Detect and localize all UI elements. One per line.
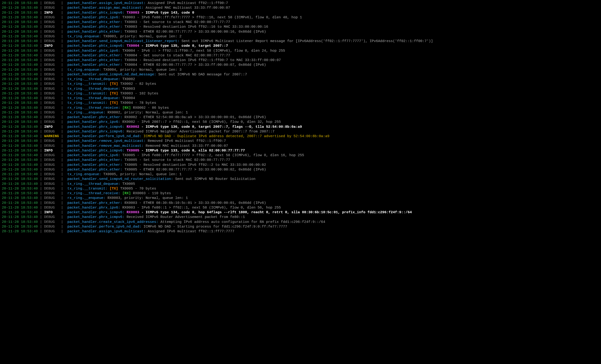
log-source: tx_ring.__thread_dequeue: [67,182,122,186]
log-line: 20-11-28 18:53:40 | INFO | packet_handle… [2,125,599,129]
separator: | [38,120,44,124]
log-level: DEBUG [44,58,59,62]
separator: | [59,30,67,34]
separator: | [38,72,44,77]
separator: | [38,30,44,34]
log-line: 20-11-28 18:53:40 | DEBUG | tx_ring.__tr… [2,186,599,191]
timestamp: 20-11-28 18:53:40 [2,16,38,20]
log-line: 20-11-28 18:53:40 | DEBUG | packet_handl… [2,153,599,158]
log-line: 20-11-28 18:53:40 | DEBUG | packet_handl… [2,205,599,210]
separator: | [38,149,44,153]
timestamp: 20-11-28 18:53:40 [2,139,38,143]
log-level: DEBUG [44,120,59,124]
log-line: 20-11-28 18:53:40 | DEBUG | packet_handl… [2,167,599,172]
separator: | [59,149,67,153]
separator: | [38,196,44,200]
separator: | [38,34,44,39]
separator: | [38,6,44,10]
separator: | [59,229,67,233]
log-source: packet_handler.phrx_ipv6: [67,120,122,124]
log-level: DEBUG [44,192,59,195]
timestamp: 20-11-28 18:53:40 [2,225,38,229]
separator: | [59,6,67,10]
separator: | [59,101,67,105]
log-source: tx_ring.enqueue: [67,34,103,39]
log-message: TX0004 - IPv6 :: > ff02::1:ff00:7, next … [122,49,285,53]
separator: | [59,125,67,129]
log-source: packet_handler.remove_ipv6_multicast: [67,139,148,143]
separator: | [59,53,67,58]
log-source: tx_ring.enqueue: [67,172,103,176]
timestamp: 20-11-28 18:53:40 [2,206,38,210]
log-level: DEBUG [44,163,59,167]
separator: | [38,201,44,205]
timestamp: 20-11-28 18:53:40 [2,153,38,157]
log-level: DEBUG [44,201,59,205]
separator: | [38,87,44,91]
log-line: 20-11-28 18:53:40 | DEBUG | packet_handl… [2,229,599,234]
timestamp: 20-11-28 18:53:40 [2,68,38,72]
log-level: DEBUG [44,229,59,233]
log-line: 20-11-28 18:53:40 | INFO | packet_handle… [2,44,599,48]
log-line: 20-11-28 18:53:40 | DEBUG | tx_ring.__tr… [2,82,599,86]
log-level: DEBUG [44,144,59,148]
log-output[interactable]: 20-11-28 18:53:40 | DEBUG | packet_handl… [0,0,601,236]
log-line: 20-11-28 18:53:40 | DEBUG | packet_handl… [2,39,599,44]
log-message: Sent out ICMPv6 ND Router Solicitation [175,177,255,181]
log-message: - ICMPv6 type 136, code 0, target 2007::… [139,125,302,129]
separator: | [38,44,44,48]
separator: | [38,11,44,15]
log-level: DEBUG [44,101,59,105]
separator: | [38,229,44,233]
separator: | [59,168,67,172]
log-level: DEBUG [44,34,59,39]
log-message: TX0005 - IPv6 fe80::ff:fe77:7777 > ff02:… [122,153,304,157]
separator: | [59,96,67,100]
separator: | [59,39,67,43]
timestamp: 20-11-28 18:53:40 [2,163,38,167]
log-source: packet_handler.assign_ipv6_multicast: [67,1,148,5]
timestamp: 20-11-28 18:53:40 [2,87,38,91]
log-level: DEBUG [44,206,59,210]
log-message: TX0003 - ETHER 02:00:00:77:77:77 > 33:33… [124,30,266,34]
log-message: TX0005 - 70 bytes [118,187,156,191]
separator: | [38,153,44,157]
log-level: DEBUG [44,49,59,53]
separator: | [38,125,44,129]
log-source: packet_handler.assign_ipv6_multicast: [67,229,148,233]
log-level: DEBUG [44,168,59,172]
log-message: TX0002 - 82 bytes [118,82,156,86]
packet-id: RX0002 [127,125,139,129]
log-level: DEBUG [44,77,59,81]
log-message: RX0003 - 110 bytes [131,192,171,195]
log-source: packet_handler.phrx_ether: [67,115,124,119]
separator: | [59,111,67,115]
log-line: 20-11-28 18:53:40 | DEBUG | packet_handl… [2,30,599,34]
log-line: 20-11-28 18:53:40 | DEBUG | rx_ring.__en… [2,110,599,115]
log-level: DEBUG [44,130,59,134]
log-message: Assigned MAC multicast 33:33:ff:00:00:07 [146,6,230,10]
log-level: DEBUG [44,177,59,181]
log-message: Sent out ICMPv6 ND DAD message for 2007:… [158,72,247,77]
log-line: 20-11-28 18:53:40 | DEBUG | packet_handl… [2,163,599,167]
log-source: packet_handler.phtx_ipv6: [67,153,122,157]
log-message: Removed MAC multicast 33:33:ff:00:00:07 [146,144,228,148]
log-line: 20-11-28 18:53:40 | DEBUG | packet_handl… [2,72,599,77]
log-level: DEBUG [44,139,59,143]
log-message: TX0003 - Resolved destiantion IPv6 ff02:… [124,25,268,29]
timestamp: 20-11-28 18:53:40 [2,39,38,43]
separator: | [38,130,44,134]
timestamp: 20-11-28 18:53:40 [2,125,38,129]
log-message: Removed IPv6 multicast ff02::1:ff00:7 [148,139,226,143]
separator: | [38,63,44,67]
separator: | [59,106,67,110]
separator: | [59,206,67,210]
packet-id: TX0004 [127,44,139,48]
log-source: tx_ring.__thread_dequeue: [67,96,122,100]
timestamp: 20-11-28 18:53:40 [2,149,38,153]
timestamp: 20-11-28 18:53:40 [2,106,38,110]
log-line: 20-11-28 18:53:40 | DEBUG | tx_ring.enqu… [2,68,599,72]
log-level: DEBUG [44,39,59,43]
log-message: TX0002 [122,77,135,81]
separator: | [38,96,44,100]
